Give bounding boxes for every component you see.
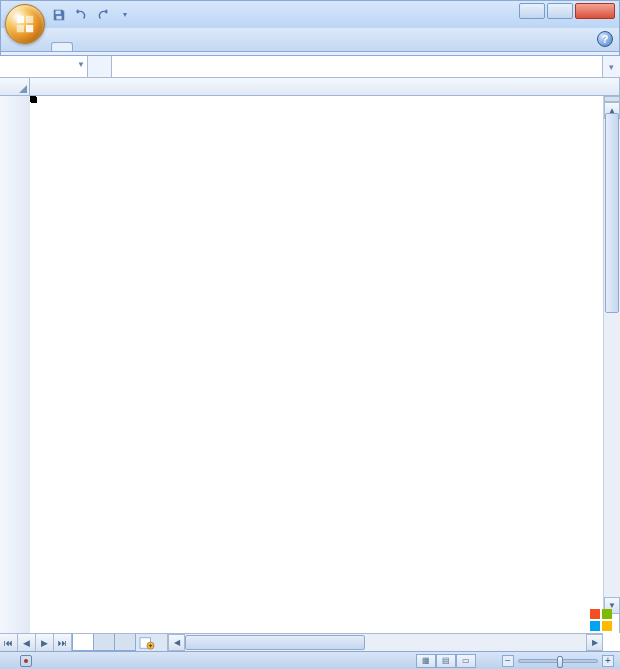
sheet-tab-2[interactable]: [93, 634, 115, 651]
view-normal-icon[interactable]: ▦: [416, 654, 436, 668]
select-all-corner[interactable]: [0, 78, 30, 95]
horizontal-scrollbar[interactable]: ◀ ▶: [167, 634, 603, 651]
formula-input[interactable]: [112, 56, 602, 77]
formula-bar: ▼ ▾: [0, 56, 620, 78]
tab-layout[interactable]: [93, 43, 113, 51]
undo-icon[interactable]: [73, 7, 89, 23]
svg-rect-1: [26, 16, 33, 23]
save-icon[interactable]: [51, 7, 67, 23]
sheet-tab-bar: ⏮ ◀ ▶ ⏭ ◀ ▶: [0, 633, 603, 651]
svg-rect-0: [17, 16, 24, 23]
quick-access-toolbar: ▾: [51, 7, 133, 23]
sheet-last-icon[interactable]: ⏭: [54, 634, 72, 651]
vscroll-track[interactable]: [604, 113, 620, 597]
vscroll-thumb[interactable]: [605, 113, 619, 313]
zoom-out-icon[interactable]: −: [502, 655, 514, 667]
scroll-down-icon[interactable]: ▼: [604, 597, 620, 614]
name-box-dropdown-icon[interactable]: ▼: [77, 60, 85, 69]
view-buttons: ▦ ▤ ▭: [416, 654, 476, 668]
view-page-break-icon[interactable]: ▭: [456, 654, 476, 668]
redo-icon[interactable]: [95, 7, 111, 23]
column-headers: [0, 78, 619, 96]
row-headers: [0, 96, 30, 633]
sheet-first-icon[interactable]: ⏮: [0, 634, 18, 651]
sheet-tab-3[interactable]: [114, 634, 136, 651]
minimize-button[interactable]: [519, 3, 545, 19]
tab-data[interactable]: [133, 43, 153, 51]
hscroll-track[interactable]: [185, 634, 586, 651]
zoom-in-icon[interactable]: +: [602, 655, 614, 667]
qat-customize-icon[interactable]: ▾: [117, 7, 133, 23]
tab-insert[interactable]: [73, 43, 93, 51]
svg-rect-5: [56, 15, 61, 19]
tab-addins[interactable]: [213, 43, 233, 51]
formula-expand-icon[interactable]: ▾: [602, 56, 620, 77]
hscroll-thumb[interactable]: [185, 635, 365, 650]
svg-rect-3: [26, 25, 33, 32]
name-box[interactable]: ▼: [0, 56, 88, 77]
help-icon[interactable]: ?: [597, 31, 613, 47]
office-button[interactable]: [5, 4, 45, 44]
ribbon-tabs: ?: [0, 28, 620, 52]
fx-icon[interactable]: [88, 56, 112, 77]
tab-review[interactable]: [153, 43, 173, 51]
window-controls: [519, 3, 615, 19]
worksheet-grid: [0, 78, 620, 633]
sheet-tab-1[interactable]: [72, 634, 94, 651]
scroll-left-icon[interactable]: ◀: [168, 634, 185, 651]
vertical-scrollbar[interactable]: ▲ ▼: [603, 96, 620, 614]
scroll-right-icon[interactable]: ▶: [586, 634, 603, 651]
zoom-control: − +: [498, 655, 614, 667]
zoom-thumb[interactable]: [557, 656, 563, 668]
zoom-slider[interactable]: [518, 659, 598, 663]
sheet-prev-icon[interactable]: ◀: [18, 634, 36, 651]
status-bar: ▦ ▤ ▭ − +: [0, 651, 620, 669]
tab-formulas[interactable]: [113, 43, 133, 51]
maximize-button[interactable]: [547, 3, 573, 19]
tab-view[interactable]: [173, 43, 193, 51]
tab-dev[interactable]: [193, 43, 213, 51]
svg-rect-4: [56, 10, 61, 14]
sheet-nav: ⏮ ◀ ▶ ⏭: [0, 634, 72, 651]
record-macro-icon[interactable]: [20, 655, 32, 667]
tab-home[interactable]: [51, 42, 73, 51]
view-page-layout-icon[interactable]: ▤: [436, 654, 456, 668]
sheet-next-icon[interactable]: ▶: [36, 634, 54, 651]
svg-rect-2: [17, 25, 24, 32]
title-bar: ▾: [0, 0, 620, 28]
insert-sheet-icon[interactable]: [135, 634, 159, 651]
selection-border: [30, 96, 36, 102]
close-button[interactable]: [575, 3, 615, 19]
